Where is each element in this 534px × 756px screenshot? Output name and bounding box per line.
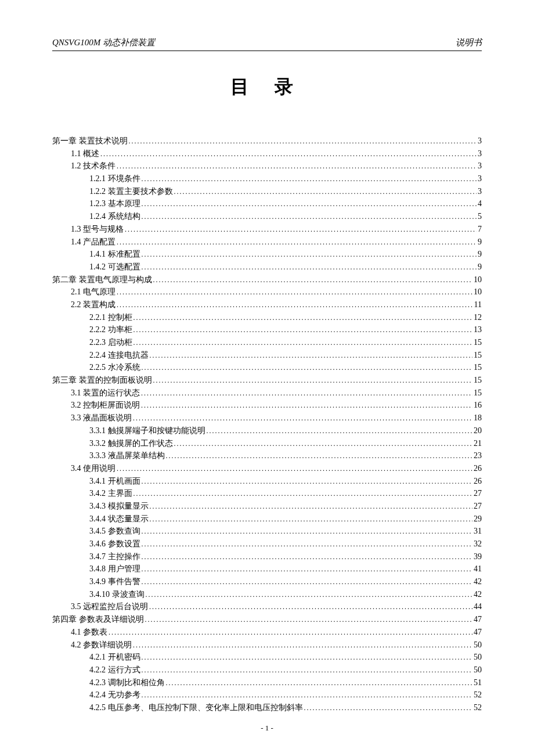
- toc-page-number: 20: [474, 424, 482, 437]
- toc-leader: [142, 261, 477, 273]
- toc-page-number: 15: [474, 361, 482, 374]
- toc-label: 3.4 使用说明: [71, 462, 116, 475]
- toc-entry[interactable]: 4.2.2 运行方式50: [52, 664, 482, 676]
- toc-entry[interactable]: 4.2.5 电压参考、电压控制下限、变化率上限和电压控制斜率52: [52, 701, 482, 714]
- toc-entry[interactable]: 1.4.2 可选配置9: [52, 261, 482, 273]
- toc-page-number: 42: [474, 588, 482, 601]
- toc-entry[interactable]: 2.2 装置构成11: [52, 298, 482, 311]
- toc-label: 4.2.1 开机密码: [89, 651, 140, 664]
- toc-page-number: 18: [474, 412, 482, 424]
- toc-label: 2.2.1 控制柜: [89, 311, 132, 324]
- toc-entry[interactable]: 4.2.1 开机密码50: [52, 651, 482, 664]
- toc-leader: [142, 550, 473, 563]
- toc-leader: [142, 172, 477, 185]
- toc-entry[interactable]: 4.2.3 调制比和相位角51: [52, 676, 482, 689]
- toc-leader: [117, 462, 472, 475]
- toc-page-number: 27: [474, 487, 482, 500]
- toc-entry[interactable]: 1.1 概述3: [52, 147, 482, 160]
- toc-label: 4.2.5 电压参考、电压控制下限、变化率上限和电压控制斜率: [89, 701, 303, 714]
- toc-entry[interactable]: 1.2.2 装置主要技术参数3: [52, 185, 482, 198]
- toc-entry[interactable]: 3.3 液晶面板说明18: [52, 412, 482, 424]
- toc-page-number: 51: [474, 676, 482, 689]
- toc-label: 1.2.1 环境条件: [89, 172, 140, 185]
- toc-entry[interactable]: 3.4.4 状态量显示29: [52, 513, 482, 525]
- toc-entry[interactable]: 3.1 装置的运行状态15: [52, 387, 482, 399]
- toc-page-number: 31: [474, 525, 482, 538]
- toc-entry[interactable]: 第三章 装置的控制面板说明15: [52, 374, 482, 387]
- toc-entry[interactable]: 3.4.7 主控操作39: [52, 550, 482, 563]
- toc-entry[interactable]: 3.2 控制柜屏面说明16: [52, 399, 482, 412]
- toc-entry[interactable]: 3.4.10 录波查询42: [52, 588, 482, 601]
- toc-leader: [117, 298, 473, 311]
- table-of-contents: 第一章 装置技术说明31.1 概述31.2 技术条件31.2.1 环境条件31.…: [52, 135, 482, 714]
- toc-leader: [117, 286, 472, 298]
- toc-leader: [146, 588, 473, 601]
- toc-entry[interactable]: 2.2.1 控制柜12: [52, 311, 482, 324]
- toc-entry[interactable]: 4.2 参数详细说明50: [52, 639, 482, 651]
- toc-entry[interactable]: 3.3.2 触摸屏的工作状态21: [52, 437, 482, 450]
- toc-label: 4.1 参数表: [71, 626, 107, 639]
- toc-page-number: 11: [474, 298, 482, 311]
- toc-entry[interactable]: 1.4 产品配置9: [52, 236, 482, 249]
- toc-page-number: 39: [474, 550, 482, 563]
- toc-entry[interactable]: 2.2.5 水冷系统15: [52, 361, 482, 374]
- toc-label: 3.4.8 用户管理: [89, 563, 140, 575]
- toc-page-number: 15: [474, 336, 482, 349]
- toc-entry[interactable]: 第四章 参数表及详细说明47: [52, 613, 482, 626]
- toc-entry[interactable]: 1.3 型号与规格7: [52, 223, 482, 236]
- toc-entry[interactable]: 2.2.4 连接电抗器15: [52, 349, 482, 362]
- toc-leader: [142, 651, 473, 664]
- toc-entry[interactable]: 1.4.1 标准配置9: [52, 248, 482, 261]
- toc-entry[interactable]: 4.2.4 无功参考52: [52, 689, 482, 701]
- toc-entry[interactable]: 3.4.3 模拟量显示27: [52, 500, 482, 513]
- header-right: 说明书: [456, 37, 482, 48]
- toc-entry[interactable]: 3.4.1 开机画面26: [52, 475, 482, 488]
- toc-entry[interactable]: 2.1 电气原理10: [52, 286, 482, 298]
- toc-page-number: 3: [478, 147, 482, 160]
- toc-entry[interactable]: 1.2.1 环境条件3: [52, 172, 482, 185]
- toc-entry[interactable]: 3.4.5 参数查询31: [52, 525, 482, 538]
- toc-page-number: 3: [478, 172, 482, 185]
- toc-label: 2.2 装置构成: [71, 298, 116, 311]
- toc-entry[interactable]: 第一章 装置技术说明3: [52, 135, 482, 147]
- toc-entry[interactable]: 3.4.9 事件告警42: [52, 575, 482, 588]
- toc-entry[interactable]: 1.2.4 系统结构5: [52, 210, 482, 223]
- toc-label: 4.2.2 运行方式: [89, 664, 140, 676]
- toc-page-number: 3: [478, 185, 482, 198]
- toc-entry[interactable]: 2.2.3 启动柜15: [52, 336, 482, 349]
- toc-label: 第二章 装置电气原理与构成: [52, 273, 152, 286]
- toc-leader: [125, 223, 477, 236]
- toc-label: 3.2 控制柜屏面说明: [71, 399, 140, 412]
- toc-page-number: 32: [474, 538, 482, 550]
- toc-entry[interactable]: 3.4.6 参数设置32: [52, 538, 482, 550]
- toc-page-number: 50: [474, 639, 482, 651]
- toc-label: 3.4.9 事件告警: [89, 575, 140, 588]
- toc-label: 3.3.2 触摸屏的工作状态: [89, 437, 173, 450]
- toc-entry[interactable]: 4.1 参数表47: [52, 626, 482, 639]
- toc-page-number: 9: [478, 236, 482, 249]
- toc-entry[interactable]: 2.2.2 功率柜13: [52, 323, 482, 336]
- toc-entry[interactable]: 3.4.2 主界面27: [52, 487, 482, 500]
- toc-label: 4.2.4 无功参考: [89, 689, 140, 701]
- toc-page-number: 23: [474, 449, 482, 462]
- toc-leader: [149, 600, 472, 613]
- toc-page-number: 26: [474, 475, 482, 488]
- toc-entry[interactable]: 1.2.3 基本原理4: [52, 197, 482, 210]
- toc-entry[interactable]: 1.2 技术条件3: [52, 160, 482, 172]
- toc-entry[interactable]: 3.5 远程监控后台说明44: [52, 600, 482, 613]
- toc-label: 3.4.6 参数设置: [89, 538, 140, 550]
- toc-entry[interactable]: 3.4 使用说明26: [52, 462, 482, 475]
- toc-leader: [134, 323, 473, 336]
- toc-entry[interactable]: 3.4.8 用户管理41: [52, 563, 482, 575]
- toc-label: 第四章 参数表及详细说明: [52, 613, 144, 626]
- toc-leader: [117, 160, 477, 172]
- toc-entry[interactable]: 第二章 装置电气原理与构成10: [52, 273, 482, 286]
- toc-page-number: 13: [474, 323, 482, 336]
- toc-label: 1.2 技术条件: [71, 160, 116, 172]
- toc-leader: [109, 626, 472, 639]
- toc-entry[interactable]: 3.3.3 液晶屏菜单结构23: [52, 449, 482, 462]
- toc-label: 2.2.5 水冷系统: [89, 361, 140, 374]
- page-footer: - 1 -: [0, 723, 534, 733]
- toc-entry[interactable]: 3.3.1 触摸屏端子和按键功能说明20: [52, 424, 482, 437]
- toc-label: 2.2.2 功率柜: [89, 323, 132, 336]
